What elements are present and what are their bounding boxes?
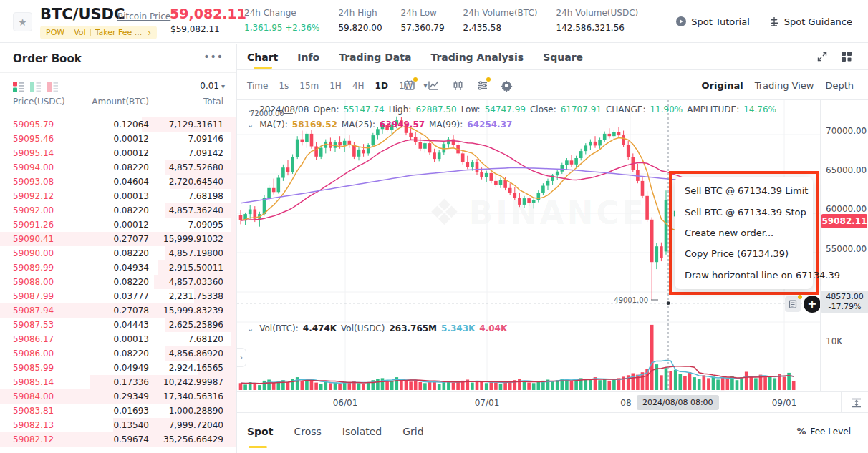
tab-trading-data[interactable]: Trading Data (339, 44, 411, 70)
order-book-row[interactable]: 59085.140.1733610,242.99987 (0, 375, 236, 389)
context-menu-item-create-new-order[interactable]: Create new order... (675, 223, 813, 243)
line-chart-icon[interactable] (428, 79, 440, 92)
order-book-row[interactable]: 59087.530.044432,625.25896 (0, 318, 236, 332)
layout-grid-icon[interactable] (841, 51, 852, 62)
order-book-row[interactable]: 59092.120.000137.68198 (0, 189, 236, 203)
view-mode-original[interactable]: Original (702, 80, 743, 91)
stat-label: 24h Volume(BTC) (463, 8, 538, 18)
order-book-row[interactable]: 59095.140.000127.09142 (0, 146, 236, 160)
volume-axis-label: 10K (826, 336, 842, 346)
interval-1h[interactable]: 1H (329, 81, 342, 91)
view-mode-depth[interactable]: Depth (825, 80, 854, 91)
order-book-row[interactable]: 59092.000.082204,857.36240 (0, 203, 236, 218)
pair-tags[interactable]: POWVolTaker Fee ...› (40, 26, 157, 39)
order-book-row[interactable]: 59095.790.120647,129.31611 (0, 117, 236, 132)
crosshair-add-order-button[interactable]: + (804, 296, 821, 313)
fee-level-link[interactable]: % Fee Level (796, 426, 851, 437)
favorite-star-button[interactable]: ★ (13, 12, 32, 31)
context-menu-item-draw-horizontal-line-on-67134-39[interactable]: Draw horizontal line on 67134.39 (675, 265, 813, 286)
order-book-row[interactable]: 59087.940.2707815,999.83239 (0, 303, 236, 318)
time-tick-08: 08 (620, 398, 631, 408)
order-book-row[interactable]: 59082.130.135407,999.72040 (0, 418, 236, 432)
crosshair-order-tool-button[interactable] (785, 296, 801, 312)
interval-4h[interactable]: 4H (352, 81, 365, 91)
tab-trading-analysis[interactable]: Trading Analysis (430, 44, 524, 70)
ask-price: 59084.00 (13, 391, 80, 401)
context-menu-item-sell-btc-67134-39-limit[interactable]: Sell BTC @ 67134.39 Limit (675, 180, 813, 201)
ask-price: 59085.14 (13, 377, 80, 387)
expand-icon[interactable] (816, 51, 828, 62)
pair-subtitle-link[interactable]: Bitcoin Price (117, 11, 170, 21)
ask-total: 4,857.52680 (149, 162, 223, 172)
collapse-orderbook-button[interactable]: › (237, 348, 246, 367)
order-form-tabs: SpotCrossIsolatedGrid (247, 426, 424, 447)
chart-toolbar: Time1s15m1H4H1D1W▾ OriginalTrading ViewD… (237, 71, 868, 100)
order-book-more-button[interactable]: ••• (203, 51, 223, 62)
indicators-icon[interactable] (476, 79, 488, 92)
book-mode-buy-icon[interactable] (30, 82, 41, 92)
book-mode-sell-icon[interactable] (47, 82, 58, 92)
chevron-down-icon: ▾ (221, 82, 225, 90)
time-axis[interactable]: 06/0107/010809/01 2024/08/08 08:00 (237, 391, 868, 412)
ask-total: 7.09146 (149, 134, 223, 144)
ask-price: 59095.46 (13, 134, 80, 144)
price-tick-70000-00: 70000.00 (826, 126, 867, 136)
interval-edit-icon[interactable] (403, 79, 415, 92)
gear-icon[interactable] (501, 79, 513, 92)
ask-amount: 0.04604 (80, 177, 149, 187)
tab-square[interactable]: Square (543, 44, 583, 70)
price-tick-55000-00: 55000.00 (826, 244, 867, 254)
tab-isolated[interactable]: Isolated (342, 426, 382, 447)
tab-cross[interactable]: Cross (294, 426, 321, 447)
order-book-row[interactable]: 59082.120.5967435,256.66429 (0, 432, 236, 447)
ask-total: 7,999.72040 (149, 420, 223, 430)
precision-dropdown[interactable]: 0.01 ▾ (200, 81, 225, 91)
tab-info[interactable]: Info (297, 44, 319, 70)
order-book-row[interactable]: 59094.000.082204,857.52680 (0, 160, 236, 175)
chart-context-menu: Sell BTC @ 67134.39 LimitSell BTC @ 6713… (675, 177, 813, 289)
order-book-row[interactable]: 59088.000.082204,857.03360 (0, 275, 236, 289)
order-book-row[interactable]: 59093.080.046042,720.64540 (0, 175, 236, 189)
order-book-row[interactable]: 59086.000.082204,856.86920 (0, 346, 236, 361)
order-book-row[interactable]: 59090.000.082204,857.19800 (0, 246, 236, 260)
context-menu-item-sell-btc-67134-39-stop[interactable]: Sell BTC @ 67134.39 Stop (675, 201, 813, 222)
stat-24h-volume-usdc: 24h Volume(USDC)142,586,321.56 (556, 8, 639, 33)
order-book-row[interactable]: 59090.410.2707715,999.91032 (0, 232, 236, 246)
tab-spot[interactable]: Spot (247, 426, 273, 447)
interval-time[interactable]: Time (247, 81, 268, 91)
spot-tutorial-link[interactable]: Spot Tutorial (675, 16, 749, 27)
view-mode-trading-view[interactable]: Trading View (755, 80, 814, 91)
tag-vol: Vol (74, 28, 85, 37)
book-mode-both-icon[interactable] (13, 82, 24, 92)
candlestick-icon[interactable] (452, 79, 464, 92)
price-axis[interactable]: 70000.0065000.0060000.0055000.00 59082.1… (820, 100, 868, 391)
spot-guidance-link[interactable]: Spot Guidance (768, 16, 852, 27)
interval-1s[interactable]: 1s (279, 81, 289, 91)
order-book-row[interactable]: 59095.460.000127.09146 (0, 132, 236, 146)
order-book-row[interactable]: 59087.990.037772,231.75338 (0, 289, 236, 303)
context-menu-item-copy-price-67134-39[interactable]: Copy Price (67134.39) (675, 243, 813, 264)
order-book-row[interactable]: 59083.810.016931,000.28890 (0, 404, 236, 418)
order-book-row[interactable]: 59086.170.000137.68120 (0, 332, 236, 346)
price-scale-icon[interactable] (845, 395, 868, 411)
order-book-row[interactable]: 59085.990.049492,924.16565 (0, 361, 236, 375)
interval-15m[interactable]: 15m (299, 81, 319, 91)
ask-total: 7,129.31611 (149, 120, 223, 130)
interval-selector: Time1s15m1H4H1D1W▾ (247, 71, 427, 100)
ask-total: 10,242.99987 (149, 377, 223, 387)
toolbar-icons (403, 71, 513, 100)
ask-price: 59094.00 (13, 162, 80, 172)
order-book-row[interactable]: 59091.260.000127.09095 (0, 218, 236, 232)
order-book-row[interactable]: 59084.000.2934917,340.56316 (0, 389, 236, 404)
ask-price: 59088.00 (13, 277, 80, 287)
interval-1d[interactable]: 1D (375, 81, 388, 91)
tab-chart[interactable]: Chart (247, 44, 278, 70)
ask-total: 2,924.16565 (149, 363, 223, 373)
ask-price: 59095.14 (13, 148, 80, 158)
chart-tabs: ChartInfoTrading DataTrading AnalysisSqu… (247, 44, 583, 70)
order-book-row[interactable]: 59089.990.049342,915.50011 (0, 260, 236, 275)
tab-grid[interactable]: Grid (402, 426, 423, 447)
col-amount: Amount(BTC) (80, 97, 149, 107)
time-tick-09-01: 09/01 (772, 398, 797, 408)
col-total: Total (149, 97, 223, 107)
